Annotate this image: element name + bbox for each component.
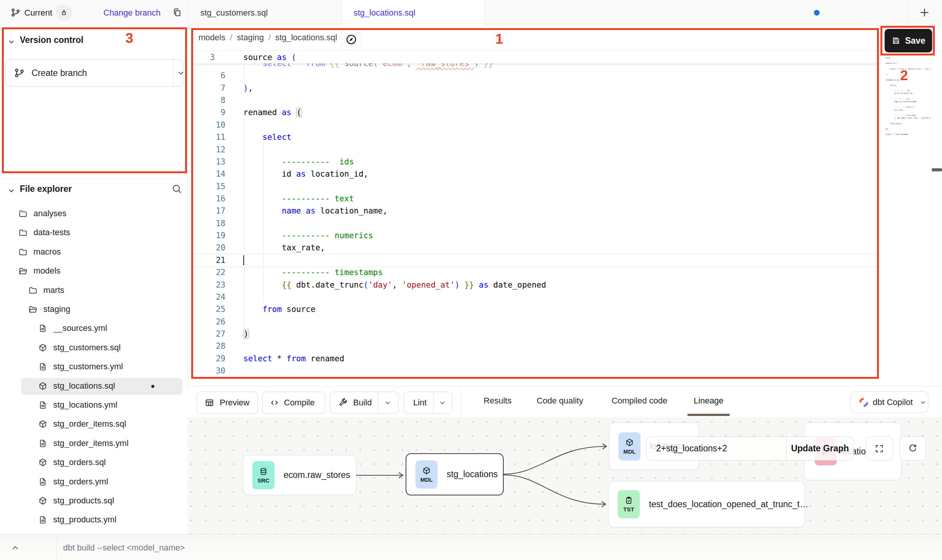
- tab-stg-locations[interactable]: stg_locations.sql: [341, 0, 485, 25]
- command-input[interactable]: dbt build --select <model_name>: [63, 543, 185, 553]
- file-icon: [38, 477, 48, 487]
- file-explorer-item[interactable]: __sources.yml: [0, 319, 187, 338]
- file-name: stg_orders.sql: [53, 457, 106, 467]
- change-branch-link[interactable]: Change branch: [103, 8, 160, 18]
- editor-toolbar: Preview Compile Build Lint Results Code …: [187, 386, 942, 417]
- tab-label: stg_locations.sql: [354, 8, 415, 18]
- code-line[interactable]: 9renamed as (: [191, 106, 878, 119]
- code-line[interactable]: 11 select: [191, 131, 878, 144]
- folder-icon: [18, 247, 28, 257]
- panel-resize-handle[interactable]: [932, 168, 942, 171]
- file-explorer-item[interactable]: stg_customers.yml: [0, 358, 187, 376]
- file-explorer-item[interactable]: stg_order_items.yml: [0, 434, 187, 453]
- lineage-node-test[interactable]: TST test_does_location_opened_at_trunc_t…: [608, 481, 805, 527]
- open-docs-button[interactable]: [341, 29, 361, 50]
- lint-button[interactable]: Lint: [404, 392, 452, 414]
- file-explorer-item[interactable]: stg_locations.sql: [0, 377, 187, 396]
- lineage-node-source[interactable]: SRC ecom.raw_stores: [243, 455, 356, 495]
- branch-lock-badge: [56, 5, 72, 21]
- file-explorer-item[interactable]: stg_products.yml: [0, 511, 187, 530]
- current-branch-label: Current: [24, 8, 52, 18]
- file-explorer-item[interactable]: analyses: [0, 204, 187, 223]
- node-label: stg_locations: [447, 469, 498, 479]
- file-explorer-item[interactable]: models: [0, 262, 187, 281]
- code-line[interactable]: 16 ---------- text: [191, 193, 878, 205]
- chevron-down-icon[interactable]: [7, 37, 16, 46]
- code-line[interactable]: 19 ---------- numerics: [191, 229, 878, 242]
- chevron-down-icon[interactable]: [7, 186, 16, 195]
- tab-stg-customers[interactable]: stg_customers.sql: [187, 0, 341, 25]
- file-explorer-item[interactable]: stg_customers.sql: [0, 339, 187, 358]
- search-icon[interactable]: [171, 183, 182, 195]
- tab-code-quality[interactable]: Code quality: [537, 396, 583, 406]
- code-line[interactable]: 17 name as location_name,: [191, 205, 878, 217]
- code-line[interactable]: 23 {{ dbt.date_trunc('day', 'opened_at')…: [191, 278, 878, 291]
- save-button[interactable]: Save: [885, 29, 932, 52]
- file-explorer-item[interactable]: stg_order_items.sql: [0, 415, 187, 434]
- code-line[interactable]: 20 tax_rate,: [191, 242, 878, 254]
- lineage-selector-input[interactable]: 2+stg_locations+2: [646, 443, 786, 454]
- build-button[interactable]: Build: [330, 392, 399, 414]
- code-line[interactable]: 6: [191, 70, 878, 82]
- tab-results[interactable]: Results: [484, 396, 511, 406]
- file-name: macros: [33, 247, 61, 257]
- code-line[interactable]: 7),: [191, 82, 878, 94]
- preview-button[interactable]: Preview: [197, 392, 258, 414]
- file-explorer-item[interactable]: stg_products.sql: [0, 492, 187, 511]
- code-line[interactable]: 12: [191, 143, 878, 156]
- code-line[interactable]: 8: [191, 94, 878, 107]
- left-panel: Version control Create branch File explo…: [0, 25, 188, 534]
- file-explorer-item[interactable]: stg_locations.yml: [0, 396, 187, 415]
- file-explorer-item[interactable]: staging: [0, 300, 187, 319]
- update-graph-button[interactable]: Update Graph: [787, 443, 853, 454]
- test-icon: [624, 496, 633, 505]
- fullscreen-icon: [874, 443, 885, 454]
- create-branch-button[interactable]: Create branch: [5, 59, 183, 87]
- file-explorer-item[interactable]: stg_orders.sql: [0, 453, 187, 472]
- breadcrumb-item: stg_locations.sql: [275, 33, 337, 43]
- file-name: stg_customers.yml: [53, 362, 123, 372]
- compile-button[interactable]: Compile: [262, 392, 325, 414]
- current-line-highlight: [191, 254, 878, 267]
- breadcrumb-item[interactable]: staging: [237, 33, 264, 43]
- chevron-down-icon[interactable]: [438, 399, 447, 407]
- breadcrumb-item[interactable]: models: [198, 33, 225, 43]
- code-line[interactable]: 15: [191, 180, 878, 193]
- file-explorer-item[interactable]: macros: [0, 243, 187, 262]
- tab-compiled-code[interactable]: Compiled code: [612, 396, 668, 406]
- code-line[interactable]: 27): [191, 328, 878, 340]
- chevron-down-icon[interactable]: [384, 399, 392, 407]
- minimap[interactable]: withsource as ( select * from {{ source(…: [886, 57, 931, 148]
- lineage-canvas[interactable]: MDL locations locations SRC ecom.raw_sto…: [187, 417, 942, 534]
- lineage-selector-bar: 2+stg_locations+2 Update Graph: [646, 437, 854, 460]
- code-line[interactable]: 28: [191, 340, 878, 353]
- modified-dot-icon: [151, 385, 154, 388]
- new-tab-button[interactable]: [918, 6, 931, 19]
- code-line[interactable]: 18: [191, 217, 878, 229]
- code-line[interactable]: 22 ---------- timestamps: [191, 266, 878, 279]
- code-line[interactable]: 29select * from renamed: [191, 352, 878, 365]
- refresh-button[interactable]: [899, 437, 926, 460]
- code-line[interactable]: 13 ---------- ids: [191, 155, 878, 168]
- code-line[interactable]: 26: [191, 315, 878, 328]
- dbt-copilot-button[interactable]: dbt Copilot: [850, 391, 928, 413]
- file-explorer-item[interactable]: stg_orders.yml: [0, 473, 187, 492]
- compass-icon: [345, 33, 358, 46]
- copy-icon[interactable]: [172, 7, 182, 17]
- code-line[interactable]: 30: [191, 365, 878, 377]
- divider: [932, 25, 932, 386]
- expand-panel-button[interactable]: [10, 542, 21, 553]
- code-line[interactable]: 10: [191, 119, 878, 131]
- fullscreen-button[interactable]: [866, 437, 893, 460]
- file-icon: [38, 324, 48, 333]
- file-name: data-tests: [33, 228, 70, 237]
- file-explorer-item[interactable]: marts: [0, 281, 187, 300]
- code-line[interactable]: 25 from source: [191, 303, 878, 316]
- folder-icon: [18, 209, 28, 218]
- chevron-down-icon[interactable]: [176, 68, 186, 78]
- tab-lineage[interactable]: Lineage: [694, 396, 723, 406]
- file-explorer-item[interactable]: data-tests: [0, 223, 187, 242]
- lineage-node-stg-locations[interactable]: MDL stg_locations: [406, 453, 504, 495]
- code-line[interactable]: 24: [191, 291, 878, 303]
- code-line[interactable]: 14 id as location_id,: [191, 168, 878, 180]
